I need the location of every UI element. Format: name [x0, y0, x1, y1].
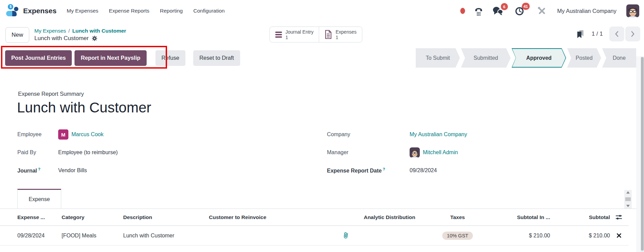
record-display-name: Lunch with Customer	[34, 34, 89, 42]
employee-label: Employee	[17, 131, 58, 138]
header-subtotal-in-currency[interactable]: Subtotal In ...	[490, 209, 550, 226]
form-sheet: Expense Report Summary Lunch with Custom…	[0, 75, 636, 252]
status-step-submitted[interactable]: Submitted	[461, 48, 511, 68]
stat-label: Expenses	[335, 29, 356, 35]
logo-dollar-badge: $	[8, 4, 13, 10]
app-name[interactable]: Expenses	[23, 7, 56, 15]
journal-label: Journal?	[17, 167, 58, 174]
breadcrumb-parent[interactable]: My Expenses	[34, 28, 66, 34]
header-subtotal[interactable]: Subtotal	[555, 209, 610, 226]
stat-button-group: Journal Entry 1 Expenses 1	[269, 26, 362, 42]
cell-category[interactable]: [FOOD] Meals	[62, 226, 122, 245]
main-menu: My Expenses Expense Reports Reporting Co…	[67, 8, 225, 14]
header-description[interactable]: Description	[123, 209, 208, 226]
header-analytic-distribution[interactable]: Analytic Distribution	[354, 209, 425, 226]
tax-tag[interactable]: 10% GST	[442, 232, 473, 240]
developer-tools-icon[interactable]	[537, 6, 547, 16]
header-customer-to-reinvoice[interactable]: Customer to Reinvoice	[209, 209, 338, 226]
pager-previous-button[interactable]	[609, 26, 624, 41]
menu-my-expenses[interactable]: My Expenses	[67, 8, 98, 14]
scroll-thumb[interactable]	[625, 197, 631, 201]
cell-subtotal-in-currency[interactable]: $ 210.00	[490, 226, 550, 245]
journal-value[interactable]: Vendor Bills	[58, 167, 87, 174]
document-icon	[325, 30, 332, 39]
new-button[interactable]: New	[5, 27, 29, 43]
table-row: 09/28/2024 [FOOD] Meals Lunch with Custo…	[0, 226, 629, 246]
tab-expense[interactable]: Expense	[17, 189, 61, 209]
page-scrollbar[interactable]	[641, 56, 644, 252]
bars-icon	[275, 32, 282, 38]
field-manager: Manager Mitchell Admin	[327, 147, 467, 158]
expenses-app-icon[interactable]: $	[5, 4, 20, 18]
activities-icon[interactable]: 41	[515, 6, 525, 16]
status-step-approved[interactable]: Approved	[512, 48, 566, 68]
optional-columns-icon[interactable]	[612, 209, 626, 226]
statusbar: To Submit Submitted Approved Posted Done	[416, 48, 636, 68]
header-expense-date[interactable]: Expense ...	[17, 209, 61, 226]
menu-configuration[interactable]: Configuration	[193, 8, 225, 14]
manager-label: Manager	[327, 149, 410, 156]
sheet-right-margin	[636, 56, 641, 252]
menu-expense-reports[interactable]: Expense Reports	[109, 8, 149, 14]
top-navbar: $ Expenses My Expenses Expense Reports R…	[0, 0, 644, 22]
cell-analytic-distribution[interactable]	[354, 226, 425, 245]
pager-next-button[interactable]	[625, 26, 640, 41]
reset-to-draft-button[interactable]: Reset to Draft	[193, 50, 240, 66]
company-value[interactable]: My Australian Company	[410, 131, 467, 138]
refuse-button[interactable]: Refuse	[155, 50, 185, 66]
gear-icon[interactable]	[92, 36, 97, 41]
logo-person-head	[14, 7, 18, 11]
paid-by-label: Paid By	[17, 149, 58, 156]
field-company: Company My Australian Company	[327, 129, 467, 140]
messages-badge: 6	[501, 3, 508, 10]
expense-table-header: Expense ... Category Description Custome…	[0, 209, 629, 226]
status-step-posted[interactable]: Posted	[567, 48, 601, 68]
messages-icon[interactable]: 6	[492, 6, 503, 16]
header-taxes[interactable]: Taxes	[426, 209, 489, 226]
paid-by-value[interactable]: Employee (to reimburse)	[58, 149, 118, 156]
menu-reporting[interactable]: Reporting	[160, 8, 183, 14]
journal-help-icon: ?	[38, 167, 40, 171]
stat-value: 1	[285, 35, 313, 40]
cell-description[interactable]: Lunch with Customer	[123, 226, 208, 245]
cell-subtotal[interactable]: $ 210.00	[555, 226, 610, 245]
scroll-up-icon[interactable]	[626, 191, 630, 194]
page-scrollbar-thumb[interactable]	[641, 57, 644, 251]
logo-person-body	[6, 11, 17, 16]
stat-button-expenses[interactable]: Expenses 1	[319, 27, 362, 42]
employee-value[interactable]: Marcus Cook	[71, 131, 103, 138]
post-journal-entries-button[interactable]: Post Journal Entries	[5, 50, 72, 66]
stat-label: Journal Entry	[285, 29, 313, 35]
field-paid-by: Paid By Employee (to reimburse)	[17, 147, 118, 158]
expense-report-date-value[interactable]: 09/28/2024	[410, 167, 437, 174]
manager-value[interactable]: Mitchell Admin	[423, 149, 458, 156]
systray: 6 41 My Australian Company	[460, 4, 639, 17]
status-step-done[interactable]: Done	[602, 48, 636, 68]
status-step-to-submit[interactable]: To Submit	[416, 48, 460, 68]
company-label: Company	[327, 131, 410, 138]
field-employee: Employee M Marcus Cook	[17, 129, 118, 140]
cell-expense-date[interactable]: 09/28/2024	[17, 226, 61, 245]
stat-button-journal-entry[interactable]: Journal Entry 1	[270, 27, 319, 42]
paperclip-icon[interactable]	[340, 226, 352, 245]
cell-taxes: 10% GST	[426, 226, 489, 245]
expense-report-date-label: Expense Report Date?	[327, 167, 410, 174]
company-switcher[interactable]: My Australian Company	[557, 8, 616, 14]
field-journal: Journal? Vendor Bills	[17, 165, 118, 176]
report-in-next-payslip-button[interactable]: Report in Next Payslip	[75, 50, 146, 66]
presence-indicator-icon	[460, 8, 465, 14]
employee-avatar: M	[58, 129, 68, 140]
bookmark-icon[interactable]	[576, 30, 585, 39]
page-title[interactable]: Lunch with Customer	[17, 100, 151, 116]
voip-phone-icon[interactable]	[474, 6, 484, 16]
scroll-down-icon[interactable]	[626, 205, 630, 207]
header-category[interactable]: Category	[62, 209, 122, 226]
delete-row-icon[interactable]	[617, 233, 621, 238]
user-avatar[interactable]	[626, 4, 639, 17]
pager[interactable]: 1 / 1	[592, 31, 603, 37]
manager-avatar	[410, 147, 420, 158]
breadcrumb: My Expenses/Lunch with Customer Lunch wi…	[34, 27, 126, 43]
breadcrumb-current: Lunch with Customer	[72, 28, 126, 34]
cell-customer-to-reinvoice[interactable]	[209, 226, 338, 245]
control-panel: New My Expenses/Lunch with Customer Lunc…	[0, 22, 644, 48]
